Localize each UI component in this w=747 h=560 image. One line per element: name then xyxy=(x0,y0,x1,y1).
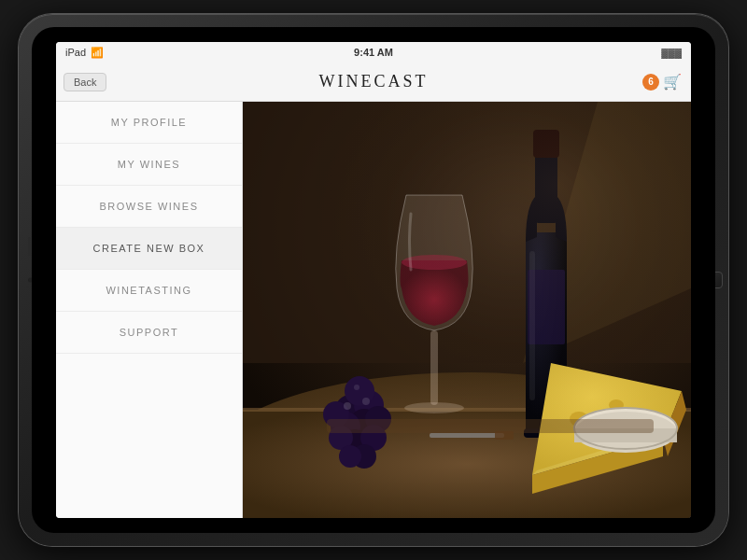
svg-rect-45 xyxy=(243,102,691,518)
status-right: ▓▓▓ xyxy=(661,48,682,58)
sidebar: MY PROFILE MY WINES BROWSE WINES CREATE … xyxy=(56,102,243,518)
wine-scene-container xyxy=(243,102,691,518)
status-bar: iPad 📶 9:41 AM ▓▓▓ xyxy=(56,42,691,63)
cart-area[interactable]: 6 🛒 xyxy=(642,73,682,91)
back-button[interactable]: Back xyxy=(63,73,106,91)
status-left: iPad 📶 xyxy=(65,47,104,59)
sidebar-item-my-wines[interactable]: MY WINES xyxy=(56,144,242,186)
sidebar-item-my-profile[interactable]: MY PROFILE xyxy=(56,102,242,144)
battery-icon: ▓▓▓ xyxy=(661,48,682,58)
app-title: WINECAST xyxy=(319,72,429,91)
cart-icon: 🛒 xyxy=(663,73,682,91)
nav-bar: Back WINECAST 6 🛒 xyxy=(56,63,691,102)
app-screen: iPad 📶 9:41 AM ▓▓▓ Back WINECAST 6 🛒 xyxy=(56,42,691,518)
hero-image-area xyxy=(243,102,691,518)
main-content: MY PROFILE MY WINES BROWSE WINES CREATE … xyxy=(56,102,691,518)
time-display: 9:41 AM xyxy=(354,47,393,58)
sidebar-item-support[interactable]: SUPPORT xyxy=(56,312,242,354)
ipad-device: iPad 📶 9:41 AM ▓▓▓ Back WINECAST 6 🛒 xyxy=(19,14,728,546)
sidebar-item-browse-wines[interactable]: BROWSE WINES xyxy=(56,186,242,228)
wifi-icon: 📶 xyxy=(91,47,104,59)
device-screen: iPad 📶 9:41 AM ▓▓▓ Back WINECAST 6 🛒 xyxy=(32,27,715,533)
sidebar-item-winetasting[interactable]: WINETASTING xyxy=(56,270,242,312)
wine-scene-svg xyxy=(243,102,691,518)
sidebar-item-create-new-box[interactable]: CREATE NEW BOX xyxy=(56,228,242,270)
carrier-label: iPad xyxy=(65,47,86,58)
cart-badge: 6 xyxy=(642,74,659,91)
volume-button xyxy=(28,237,31,256)
